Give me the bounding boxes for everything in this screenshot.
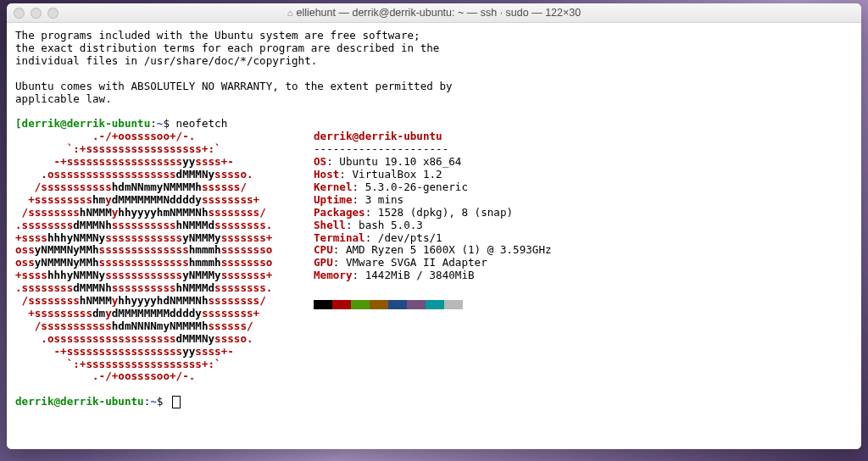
terminal-body[interactable]: The programs included with the Ubuntu sy…	[7, 23, 861, 449]
logo-segment: `:+ssssssssssssssssss+:`	[15, 142, 221, 155]
logo-segment: y	[105, 307, 112, 319]
info-value: : /dev/pts/1	[365, 231, 442, 244]
logo-segment: hmmmh	[189, 256, 221, 269]
logo-segment: ssssss/	[208, 319, 253, 332]
logo-segment: ssssssssssssss	[99, 256, 189, 269]
logo-segment: yNMMMy	[182, 269, 221, 281]
color-swatch	[332, 300, 351, 309]
prompt-userhost: derrik@derrik-ubuntu	[15, 395, 144, 408]
logo-segment: sssssss+	[221, 269, 273, 281]
logo-segment: +ssss	[15, 269, 47, 281]
logo-segment: dMMMNh	[73, 219, 112, 231]
prompt-bracket: [	[15, 117, 22, 130]
info-label: GPU	[314, 256, 333, 269]
color-swatch	[426, 300, 444, 309]
logo-segment: +ssss	[15, 231, 47, 244]
window-title: ⌂elliehunt — derrik@derrik-ubuntu: ~ — s…	[7, 7, 861, 19]
home-icon: ⌂	[287, 8, 293, 18]
logo-segment: ssssssso	[221, 243, 273, 256]
logo-segment: `:+ssssssssssssssssss+:`	[15, 358, 221, 370]
logo-segment: hNMMMd	[176, 219, 215, 231]
info-header: derrik@derrik-ubuntu	[314, 130, 442, 142]
logo-segment: ssssssssssss	[105, 269, 182, 281]
logo-segment: yNMMMy	[182, 231, 221, 244]
logo-segment: ssss+-	[195, 345, 234, 358]
logo-segment: /ssssssss	[15, 206, 80, 219]
logo-segment: ssssssss+	[202, 193, 259, 206]
info-label: Uptime	[314, 193, 353, 206]
titlebar: ⌂elliehunt — derrik@derrik-ubuntu: ~ — s…	[7, 3, 861, 23]
logo-segment: yy	[182, 345, 195, 358]
logo-segment: oss	[15, 243, 35, 256]
info-value: : VirtualBox 1.2	[339, 168, 442, 181]
logo-segment: dMMMMMMMNddddy	[112, 193, 202, 206]
logo-segment: .osssssssssssssssssss	[15, 332, 176, 345]
logo-segment: ssssssssss	[112, 281, 176, 294]
logo-segment: y	[105, 193, 112, 206]
close-icon[interactable]	[14, 8, 25, 19]
logo-segment: ssssssss/	[209, 294, 266, 307]
info-value: : 1528 (dpkg), 8 (snap)	[365, 206, 513, 219]
motd-line: Ubuntu comes with ABSOLUTELY NO WARRANTY…	[15, 80, 453, 92]
logo-segment: +sssssssss	[15, 307, 92, 319]
prompt-suffix: $	[157, 395, 170, 408]
logo-segment: ssss+-	[195, 155, 234, 168]
motd-line: The programs included with the Ubuntu sy…	[15, 29, 420, 42]
info-label: Host	[314, 168, 339, 181]
sysinfo-column: derrik@derrik-ubuntu -------------------…	[314, 131, 853, 383]
logo-segment: .-/+oossssoo+/-.	[15, 369, 195, 382]
logo-segment: ssssssss/	[209, 206, 266, 219]
color-swatch	[444, 300, 463, 309]
zoom-icon[interactable]	[47, 8, 58, 19]
logo-segment: oss	[15, 256, 35, 269]
logo-segment: hNMMM	[80, 294, 112, 307]
logo-segment: -+ssssssssssssssssss	[15, 345, 182, 358]
minimize-icon[interactable]	[31, 8, 42, 19]
info-label: Kernel	[314, 181, 353, 193]
logo-segment: sssso.	[214, 332, 253, 345]
logo-segment: sssssss+	[221, 231, 273, 244]
logo-segment: dMMMMMMMMddddy	[112, 307, 202, 319]
info-value: : Ubuntu 19.10 x86_64	[326, 155, 461, 168]
logo-segment: .-/+oossssoo+/-.	[15, 130, 195, 142]
terminal-window: ⌂elliehunt — derrik@derrik-ubuntu: ~ — s…	[7, 3, 861, 449]
traffic-lights	[14, 8, 58, 19]
logo-segment: hhhyNMMNy	[47, 269, 105, 281]
logo-segment: dMMMNy	[176, 168, 215, 181]
logo-segment: /ssssssss	[15, 294, 80, 307]
prompt-userhost: derrik@derrik-ubuntu	[22, 117, 151, 130]
logo-segment: yNMMMNyMMh	[35, 243, 99, 256]
logo-segment: .osssssssssssssssssss	[15, 168, 176, 181]
info-label: OS	[314, 155, 326, 168]
info-label: Shell	[314, 219, 346, 231]
logo-segment: -+ssssssssssssssssss	[15, 155, 182, 168]
cursor-icon	[172, 396, 181, 408]
logo-segment: hhyyyyhmNMMMNh	[118, 206, 208, 219]
info-label: Memory	[314, 269, 353, 281]
color-swatch	[314, 300, 332, 309]
logo-segment: .ssssssss	[15, 281, 73, 294]
motd-line: applicable law.	[15, 92, 112, 105]
logo-segment: yy	[182, 155, 195, 168]
logo-segment: /sssssssssss	[15, 319, 112, 332]
logo-segment: hdmNNNNmyNMMMMh	[112, 319, 209, 332]
info-value: : 5.3.0-26-generic	[353, 181, 468, 193]
logo-segment: ssssssss.	[214, 219, 272, 231]
info-value: : AMD Ryzen 5 1600X (1) @ 3.593GHz	[333, 243, 552, 256]
logo-segment: hm	[92, 193, 105, 206]
logo-segment: dm	[92, 307, 105, 319]
motd-line: the exact distribution terms for each pr…	[15, 42, 439, 54]
motd-line: individual files in /usr/share/doc/*/cop…	[15, 54, 317, 67]
logo-segment: ssssss/	[202, 181, 247, 193]
logo-segment: hhhyNMMNy	[47, 231, 105, 244]
info-label: CPU	[314, 243, 333, 256]
color-swatch	[351, 300, 370, 309]
logo-segment: dMMMNy	[176, 332, 215, 345]
logo-segment: ssssssss.	[214, 281, 272, 294]
logo-segment: hNMMMd	[176, 281, 215, 294]
logo-segment: /sssssssssss	[15, 181, 112, 193]
logo-segment: hdmNNmmyNMMMMh	[112, 181, 202, 193]
command-text: neofetch	[176, 117, 228, 130]
neofetch-output: .-/+oossssoo+/-. `:+ssssssssssssssssss+:…	[15, 131, 853, 383]
logo-segment: yNMMMNyMMh	[35, 256, 99, 269]
